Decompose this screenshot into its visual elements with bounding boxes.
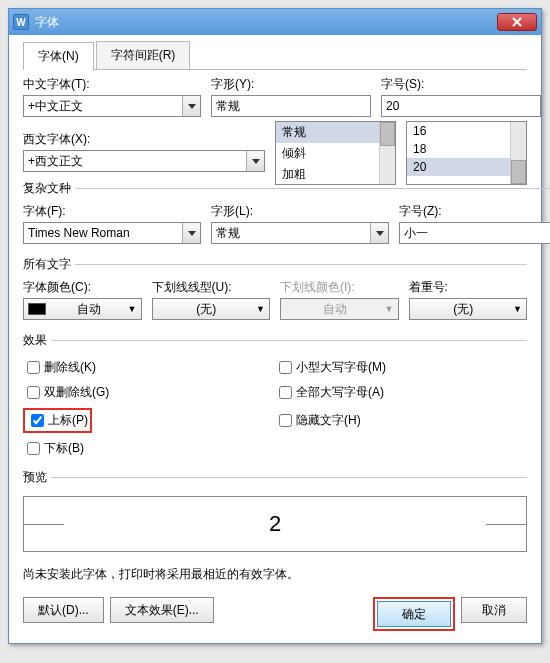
dialog-body: 字体(N) 字符间距(R) 中文字体(T): 字形(Y): 字号(S):	[9, 35, 541, 643]
size-input[interactable]	[382, 96, 540, 116]
list-item[interactable]: 20	[407, 158, 526, 176]
effects-legend: 效果	[23, 332, 51, 349]
complex-style-label: 字形(L):	[211, 203, 389, 220]
complex-size-combo[interactable]	[399, 222, 550, 244]
effect-dstrike-label: 双删除线(G)	[44, 384, 109, 401]
effect-sub-label: 下标(B)	[44, 440, 84, 457]
close-icon	[512, 17, 522, 27]
font-dialog: W 字体 字体(N) 字符间距(R) 中文字体(T): 字形(Y):	[8, 8, 542, 644]
effect-strike[interactable]: 删除线(K)	[23, 355, 275, 380]
effect-allcaps-checkbox[interactable]	[279, 386, 292, 399]
button-row: 默认(D)... 文本效果(E)... 确定 取消	[23, 597, 527, 631]
window-title: 字体	[35, 14, 497, 31]
chevron-down-icon[interactable]	[182, 96, 200, 116]
list-item[interactable]: 加粗	[276, 164, 395, 185]
text-effect-button[interactable]: 文本效果(E)...	[110, 597, 214, 623]
list-item[interactable]: 18	[407, 140, 526, 158]
list-item[interactable]: 16	[407, 122, 526, 140]
chevron-down-icon: ▼	[385, 304, 394, 314]
chevron-down-icon: ▼	[256, 304, 265, 314]
ulcolor-label: 下划线颜色(I):	[280, 279, 399, 296]
underline-label: 下划线线型(U):	[152, 279, 271, 296]
close-button[interactable]	[497, 13, 537, 31]
effect-allcaps[interactable]: 全部大写字母(A)	[275, 380, 527, 405]
size-listbox[interactable]: 16 18 20	[406, 121, 527, 185]
list-item[interactable]: 倾斜	[276, 143, 395, 164]
effect-sup-label: 上标(P)	[48, 412, 88, 429]
cancel-button[interactable]: 取消	[461, 597, 527, 623]
west-font-label: 西文字体(X):	[23, 131, 265, 148]
default-button[interactable]: 默认(D)...	[23, 597, 104, 623]
color-label: 字体颜色(C):	[23, 279, 142, 296]
titlebar: W 字体	[9, 9, 541, 35]
preview-group: 预览 2	[23, 469, 527, 552]
tab-font[interactable]: 字体(N)	[23, 42, 94, 70]
effect-strike-checkbox[interactable]	[27, 361, 40, 374]
scroll-thumb[interactable]	[511, 160, 526, 184]
complex-legend: 复杂文种	[23, 180, 75, 197]
size-combo[interactable]	[381, 95, 541, 117]
chevron-down-icon: ▼	[513, 304, 522, 314]
preview-text: 2	[269, 511, 281, 537]
preview-box: 2	[23, 496, 527, 552]
cn-font-label: 中文字体(T):	[23, 76, 201, 93]
ok-button[interactable]: 确定	[377, 601, 451, 627]
effect-sub[interactable]: 下标(B)	[23, 436, 275, 461]
effect-sup[interactable]: 上标(P)	[23, 405, 275, 436]
cn-font-combo[interactable]	[23, 95, 201, 117]
size-label: 字号(S):	[381, 76, 541, 93]
list-item[interactable]: 常规	[276, 122, 395, 143]
preview-legend: 预览	[23, 469, 51, 486]
scroll-thumb[interactable]	[380, 122, 395, 146]
effect-dstrike-checkbox[interactable]	[27, 386, 40, 399]
west-font-input[interactable]	[24, 151, 246, 171]
tab-strip: 字体(N) 字符间距(R)	[23, 41, 527, 70]
effect-smallcaps-checkbox[interactable]	[279, 361, 292, 374]
effects-group: 效果 删除线(K)小型大写字母(M)双删除线(G)全部大写字母(A)上标(P)隐…	[23, 332, 527, 461]
scrollbar[interactable]	[510, 122, 526, 184]
font-color-dropdown[interactable]: 自动 ▼	[23, 298, 142, 320]
effect-strike-label: 删除线(K)	[44, 359, 96, 376]
chevron-down-icon[interactable]	[246, 151, 264, 171]
emphasis-dropdown[interactable]: (无) ▼	[409, 298, 528, 320]
style-input[interactable]	[212, 96, 370, 116]
complex-font-input[interactable]	[24, 223, 182, 243]
complex-style-input[interactable]	[212, 223, 370, 243]
scrollbar[interactable]	[379, 122, 395, 184]
effect-dstrike[interactable]: 双删除线(G)	[23, 380, 275, 405]
chevron-down-icon[interactable]	[182, 223, 200, 243]
complex-font-label: 字体(F):	[23, 203, 201, 220]
effect-hidden[interactable]: 隐藏文字(H)	[275, 405, 527, 436]
complex-size-label: 字号(Z):	[399, 203, 550, 220]
effect-hidden-label: 隐藏文字(H)	[296, 412, 361, 429]
complex-font-combo[interactable]	[23, 222, 201, 244]
west-font-combo[interactable]	[23, 150, 265, 172]
emphasis-label: 着重号:	[409, 279, 528, 296]
chevron-down-icon: ▼	[128, 304, 137, 314]
chevron-down-icon[interactable]	[370, 223, 388, 243]
app-icon: W	[13, 14, 29, 30]
effect-sup-checkbox[interactable]	[31, 414, 44, 427]
effect-allcaps-label: 全部大写字母(A)	[296, 384, 384, 401]
highlight-superscript: 上标(P)	[23, 408, 92, 433]
effect-smallcaps-label: 小型大写字母(M)	[296, 359, 386, 376]
highlight-ok: 确定	[373, 597, 455, 631]
style-combo[interactable]	[211, 95, 371, 117]
complex-style-combo[interactable]	[211, 222, 389, 244]
complex-group: 复杂文种 字体(F): 字形(L): 字号(	[23, 180, 550, 248]
effect-smallcaps[interactable]: 小型大写字母(M)	[275, 355, 527, 380]
color-swatch-icon	[28, 303, 46, 315]
complex-size-input[interactable]	[400, 223, 550, 243]
ulcolor-dropdown: 自动 ▼	[280, 298, 399, 320]
footer-note: 尚未安装此字体，打印时将采用最相近的有效字体。	[23, 566, 527, 583]
underline-dropdown[interactable]: (无) ▼	[152, 298, 271, 320]
style-label: 字形(Y):	[211, 76, 371, 93]
tab-spacing[interactable]: 字符间距(R)	[96, 41, 191, 69]
alltext-group: 所有文字 字体颜色(C): 自动 ▼ 下划线线型(U): (无) ▼	[23, 256, 527, 324]
effect-sub-checkbox[interactable]	[27, 442, 40, 455]
cn-font-input[interactable]	[24, 96, 182, 116]
alltext-legend: 所有文字	[23, 256, 75, 273]
effect-hidden-checkbox[interactable]	[279, 414, 292, 427]
style-listbox[interactable]: 常规 倾斜 加粗	[275, 121, 396, 185]
